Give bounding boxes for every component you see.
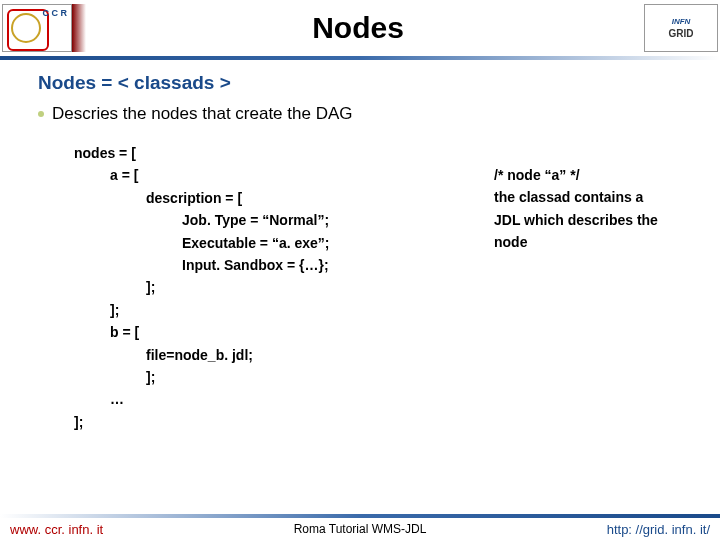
code-line: ];	[74, 411, 684, 433]
code-line: Input. Sandbox = {…};	[182, 254, 684, 276]
code-line: ];	[146, 276, 684, 298]
annotation-line: node	[494, 231, 720, 253]
grid-logo-text: GRID	[669, 28, 694, 39]
bullet-text: Descries the nodes that create the DAG	[52, 104, 353, 124]
infn-logo-text: INFN	[672, 17, 691, 26]
annotation: /* node “a” */ the classad contains a JD…	[494, 164, 720, 254]
footer-right-link: http: //grid. infn. it/	[607, 522, 710, 537]
ccr-logo-letters: C C R	[43, 7, 68, 20]
bullet-item: Descries the nodes that create the DAG	[38, 104, 684, 124]
code-line: nodes = [	[74, 142, 684, 164]
footer-left-link: www. ccr. infn. it	[10, 522, 103, 537]
content: Nodes = < classads > Descries the nodes …	[0, 60, 720, 433]
code-block: nodes = [ a = [ description = [ Job. Typ…	[74, 142, 684, 433]
slide-subtitle: Nodes = < classads >	[38, 72, 684, 94]
footer: www. ccr. infn. it Roma Tutorial WMS-JDL…	[0, 514, 720, 540]
code-line: file=node_b. jdl;	[146, 344, 684, 366]
annotation-line: JDL which describes the	[494, 209, 720, 231]
bullet-icon	[38, 111, 44, 117]
ccr-logo: C C R	[2, 4, 72, 52]
annotation-line: /* node “a” */	[494, 164, 720, 186]
footer-title: Roma Tutorial WMS-JDL	[294, 522, 427, 536]
code-line: ];	[110, 299, 684, 321]
page-title: Nodes	[312, 11, 404, 45]
title-band: Nodes	[72, 4, 644, 52]
code-line: …	[110, 388, 684, 410]
infn-grid-logo: INFN GRID	[644, 4, 718, 52]
code-line: ];	[146, 366, 684, 388]
header: C C R Nodes INFN GRID	[0, 0, 720, 56]
code-line: b = [	[110, 321, 684, 343]
annotation-line: the classad contains a	[494, 186, 720, 208]
